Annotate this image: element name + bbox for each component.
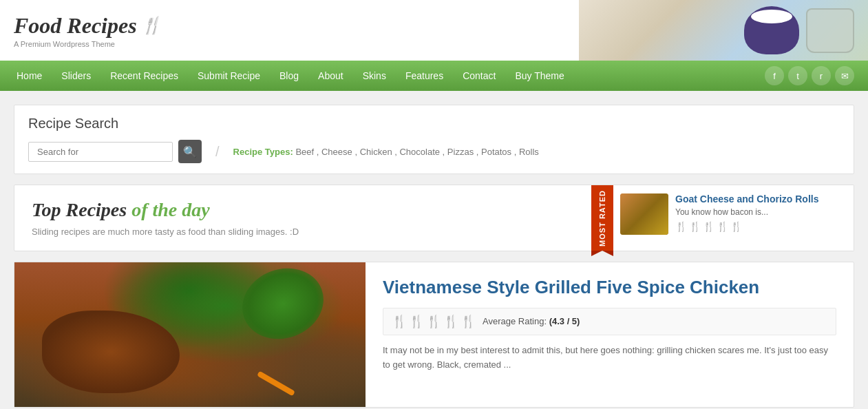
recipe-main-title[interactable]: Vietnamese Style Grilled Five Spice Chic… xyxy=(383,276,836,300)
search-icon: 🔍 xyxy=(183,145,197,158)
fork-5-empty: 🍴 xyxy=(730,221,742,232)
top-recipes-title: Top Recipes of the day xyxy=(32,199,575,221)
search-input[interactable] xyxy=(28,142,173,162)
nav-item-buy-theme[interactable]: Buy Theme xyxy=(505,61,573,91)
main-nav: Home Sliders Recent Recipes Submit Recip… xyxy=(0,61,868,91)
recipe-image xyxy=(14,262,366,407)
search-row: 🔍 / Recipe Types: Beef , Cheese , Chicke… xyxy=(28,140,840,163)
search-button[interactable]: 🔍 xyxy=(178,140,202,163)
large-fork-5-empty: 🍴 xyxy=(461,314,476,329)
search-section: Recipe Search 🔍 / Recipe Types: Beef , C… xyxy=(14,105,854,174)
jar-decoration xyxy=(806,8,854,53)
logo[interactable]: Food Recipes 🍴 A Premium Wordpress Theme xyxy=(14,13,162,48)
most-rated-recipe-title[interactable]: Goat Cheese and Chorizo Rolls xyxy=(675,193,845,204)
large-fork-2: 🍴 xyxy=(409,314,424,329)
large-fork-3: 🍴 xyxy=(426,314,441,329)
rating-row: 🍴 🍴 🍴 🍴 🍴 Average Rating: (4.3 / 5) xyxy=(383,308,836,335)
recipe-type-chocolate[interactable]: Chocolate , xyxy=(399,147,445,157)
recipe-types: Recipe Types: Beef , Cheese , Chicken , … xyxy=(233,147,539,157)
main-content: Recipe Search 🔍 / Recipe Types: Beef , C… xyxy=(0,91,868,409)
most-rated-recipe-desc: You know how bacon is... xyxy=(675,207,845,217)
featured-section: Top Recipes of the day Sliding recipes a… xyxy=(14,185,854,251)
recipe-type-beef[interactable]: Beef , xyxy=(295,147,319,157)
divider: / xyxy=(215,144,220,160)
rating-label: Average Rating: (4.3 / 5) xyxy=(483,316,580,326)
site-header: Food Recipes 🍴 A Premium Wordpress Theme xyxy=(0,0,868,61)
most-rated-rating: 🍴 🍴 🍴 🍴 🍴 xyxy=(675,221,845,232)
top-recipes-box: Top Recipes of the day Sliding recipes a… xyxy=(14,185,593,251)
recipe-info: Vietnamese Style Grilled Five Spice Chic… xyxy=(366,262,854,407)
recipe-type-cheese[interactable]: Cheese , xyxy=(321,147,357,157)
nav-item-skins[interactable]: Skins xyxy=(353,61,396,91)
most-rated-image xyxy=(620,193,668,235)
large-fork-1: 🍴 xyxy=(392,314,407,329)
nav-item-home[interactable]: Home xyxy=(7,61,52,91)
most-rated-image-inner xyxy=(620,193,668,235)
large-fork-4: 🍴 xyxy=(443,314,458,329)
site-subtitle: A Premium Wordpress Theme xyxy=(14,40,162,48)
bowl-decoration xyxy=(744,6,799,54)
nav-links: Home Sliders Recent Recipes Submit Recip… xyxy=(7,61,574,91)
facebook-icon[interactable]: f xyxy=(765,66,784,85)
nav-item-features[interactable]: Features xyxy=(396,61,453,91)
rss-icon[interactable]: r xyxy=(812,66,831,85)
nav-item-sliders[interactable]: Sliders xyxy=(52,61,100,91)
most-rated-ribbon: Most Rated xyxy=(591,185,613,251)
email-icon[interactable]: ✉ xyxy=(835,66,854,85)
header-banner xyxy=(579,0,868,61)
nav-item-about[interactable]: About xyxy=(308,61,353,91)
most-rated-label: Most Rated xyxy=(598,190,606,247)
most-rated-content: Goat Cheese and Chorizo Rolls You know h… xyxy=(593,185,854,243)
recipe-type-potatos[interactable]: Potatos , xyxy=(481,147,516,157)
social-links: f t r ✉ xyxy=(765,66,861,85)
twitter-icon[interactable]: t xyxy=(788,66,807,85)
recipe-rating-forks: 🍴 🍴 🍴 🍴 🍴 xyxy=(392,314,476,329)
search-title: Recipe Search xyxy=(28,116,840,132)
nav-item-contact[interactable]: Contact xyxy=(453,61,505,91)
fork-1: 🍴 xyxy=(675,221,687,232)
nav-item-submit-recipe[interactable]: Submit Recipe xyxy=(188,61,270,91)
fork-4: 🍴 xyxy=(717,221,728,232)
recipe-type-chicken[interactable]: Chicken , xyxy=(360,147,397,157)
most-rated-info: Goat Cheese and Chorizo Rolls You know h… xyxy=(675,193,845,232)
recipe-type-rolls[interactable]: Rolls xyxy=(519,147,539,157)
nav-item-recent-recipes[interactable]: Recent Recipes xyxy=(100,61,188,91)
search-input-wrap: 🔍 xyxy=(28,140,202,163)
nav-item-blog[interactable]: Blog xyxy=(270,61,308,91)
most-rated-section: Most Rated Goat Cheese and Chorizo Rolls… xyxy=(593,185,854,251)
recipe-card: Vietnamese Style Grilled Five Spice Chic… xyxy=(14,262,854,408)
rating-value: (4.3 / 5) xyxy=(549,316,580,326)
recipe-types-label: Recipe Types: xyxy=(233,147,293,157)
recipe-type-pizzas[interactable]: Pizzas , xyxy=(447,147,479,157)
top-recipes-desc: Sliding recipes are much more tasty as f… xyxy=(32,227,575,237)
fork-2: 🍴 xyxy=(689,221,701,232)
recipe-excerpt: It may not be in my best interest to adm… xyxy=(383,344,836,373)
fork-3: 🍴 xyxy=(703,221,714,232)
site-title: Food Recipes 🍴 xyxy=(14,13,162,39)
fork-icon: 🍴 xyxy=(141,16,162,35)
